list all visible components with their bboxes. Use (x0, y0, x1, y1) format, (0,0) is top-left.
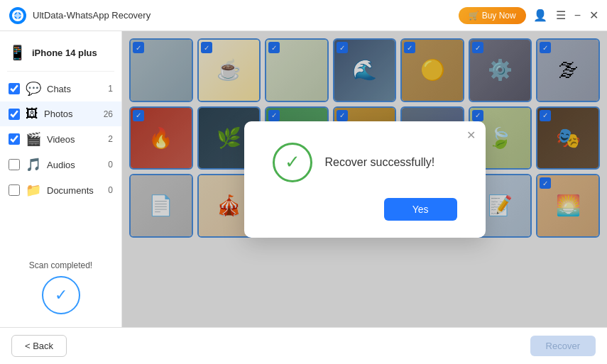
videos-count: 2 (108, 134, 113, 144)
audios-checkbox[interactable] (9, 159, 20, 170)
bottom-bar: < Back Recover (0, 327, 607, 364)
scan-complete-icon: ✓ (42, 276, 80, 314)
documents-checkbox[interactable] (9, 184, 20, 196)
documents-label: Documents (47, 185, 102, 196)
chats-icon: 💬 (26, 81, 41, 96)
buy-now-button[interactable]: 🛒 Buy Now (459, 7, 526, 24)
photos-label: Photos (44, 109, 98, 119)
recover-button[interactable]: Recover (530, 336, 596, 356)
chats-label: Chats (47, 84, 102, 94)
checkmark-icon: ✓ (285, 151, 300, 173)
device-item[interactable]: 📱 iPhone 14 plus (0, 38, 121, 67)
minimize-icon[interactable]: − (574, 9, 581, 22)
chats-count: 1 (108, 84, 113, 94)
content-area: ✓☕✓✓🌊✓🟡✓⚙️✓🌫✓🔥✓🌿🎨✓🔮✓📸🍃✓🎭✓📄🎪🍵✓🏊✓🌴✓📝🌅✓ ✕ ✓… (122, 31, 607, 327)
yes-button[interactable]: Yes (384, 198, 457, 221)
scan-completed-text: Scan completed! (0, 260, 121, 270)
modal-footer: Yes (273, 198, 457, 221)
chats-checkbox[interactable] (9, 83, 20, 94)
modal-close-button[interactable]: ✕ (466, 128, 476, 142)
audios-count: 0 (108, 160, 113, 170)
documents-count: 0 (108, 185, 113, 195)
sidebar-item-videos[interactable]: 🎬 Videos 2 (0, 126, 121, 152)
photos-count: 26 (104, 109, 113, 119)
photos-checkbox[interactable] (9, 109, 20, 120)
cart-icon: 🛒 (469, 11, 479, 21)
main-layout: 📱 iPhone 14 plus 💬 Chats 1 🖼 Photos 26 🎬… (0, 31, 607, 327)
device-name: iPhone 14 plus (32, 48, 97, 58)
modal-dialog: ✕ ✓ Recover successfully! Yes (244, 121, 486, 238)
videos-checkbox[interactable] (9, 133, 20, 145)
scan-completed-section: Scan completed! ✓ (0, 249, 121, 320)
app-logo (9, 6, 27, 25)
user-icon[interactable]: 👤 (533, 9, 547, 22)
sidebar-item-photos[interactable]: 🖼 Photos 26 (0, 101, 121, 126)
videos-label: Videos (47, 134, 102, 145)
success-icon-circle: ✓ (273, 143, 312, 182)
device-icon: 📱 (9, 44, 26, 61)
close-icon[interactable]: ✕ (589, 9, 598, 22)
videos-icon: 🎬 (26, 131, 41, 147)
audios-label: Audios (47, 160, 102, 170)
modal-message: Recover successfully! (325, 156, 435, 169)
sidebar-item-audios[interactable]: 🎵 Audios 0 (0, 152, 121, 177)
modal-overlay: ✕ ✓ Recover successfully! Yes (122, 31, 607, 327)
divider (7, 71, 114, 72)
audios-icon: 🎵 (26, 157, 41, 172)
sidebar-item-chats[interactable]: 💬 Chats 1 (0, 76, 121, 101)
menu-icon[interactable]: ☰ (556, 9, 566, 22)
app-title: UltData-WhatsApp Recovery (33, 10, 459, 21)
window-controls: 👤 ☰ − ✕ (533, 9, 598, 22)
title-bar: UltData-WhatsApp Recovery 🛒 Buy Now 👤 ☰ … (0, 0, 607, 31)
sidebar: 📱 iPhone 14 plus 💬 Chats 1 🖼 Photos 26 🎬… (0, 31, 122, 327)
sidebar-item-documents[interactable]: 📁 Documents 0 (0, 177, 121, 203)
back-button[interactable]: < Back (11, 335, 67, 357)
modal-content: ✓ Recover successfully! (273, 143, 457, 182)
photos-icon: 🖼 (26, 106, 38, 121)
documents-icon: 📁 (26, 182, 41, 198)
